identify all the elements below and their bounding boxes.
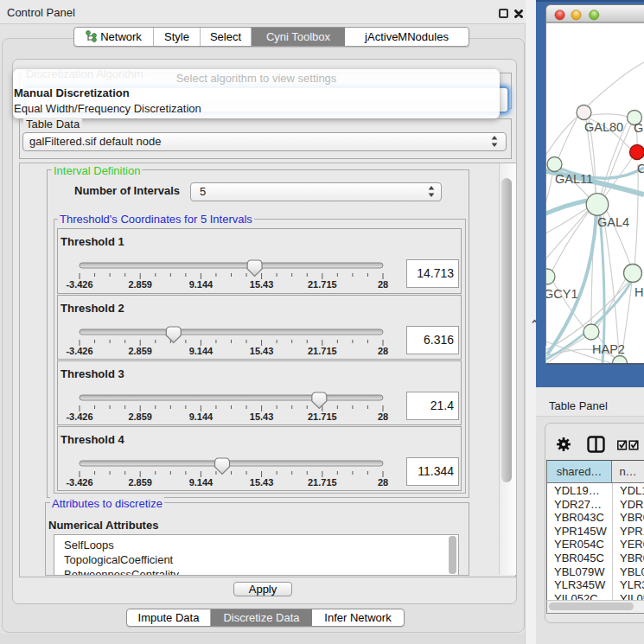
svg-text:28: 28 bbox=[378, 477, 388, 488]
svg-text:28: 28 bbox=[378, 279, 388, 290]
svg-text:21.715: 21.715 bbox=[308, 411, 337, 422]
svg-text:-3.426: -3.426 bbox=[66, 279, 92, 290]
svg-text:21.715: 21.715 bbox=[308, 346, 337, 356]
svg-text:H: H bbox=[634, 285, 643, 299]
svg-text:GCY1: GCY1 bbox=[544, 287, 578, 301]
svg-text:15.43: 15.43 bbox=[250, 279, 274, 290]
svg-text:G.: G. bbox=[634, 121, 644, 135]
svg-text:HAP2: HAP2 bbox=[592, 342, 625, 356]
svg-text:21.715: 21.715 bbox=[308, 279, 337, 290]
svg-text:-3.426: -3.426 bbox=[66, 411, 92, 422]
svg-text:15.43: 15.43 bbox=[250, 346, 274, 356]
svg-text:GAL80: GAL80 bbox=[584, 120, 623, 134]
svg-text:28: 28 bbox=[378, 411, 388, 422]
svg-text:9.144: 9.144 bbox=[189, 346, 214, 356]
svg-text:GAL11: GAL11 bbox=[555, 172, 593, 186]
svg-text:21.715: 21.715 bbox=[308, 477, 337, 488]
svg-text:GAL4: GAL4 bbox=[597, 215, 629, 229]
svg-text:2.859: 2.859 bbox=[128, 477, 152, 488]
svg-text:9.144: 9.144 bbox=[189, 411, 214, 422]
svg-text:15.43: 15.43 bbox=[250, 411, 274, 422]
svg-text:C: C bbox=[637, 162, 644, 175]
svg-text:-3.426: -3.426 bbox=[66, 477, 92, 488]
svg-text:9.144: 9.144 bbox=[189, 477, 214, 488]
svg-text:2.859: 2.859 bbox=[128, 411, 152, 422]
svg-text:2.859: 2.859 bbox=[128, 279, 152, 290]
svg-text:2.859: 2.859 bbox=[128, 346, 152, 356]
svg-text:15.43: 15.43 bbox=[250, 477, 274, 488]
svg-text:28: 28 bbox=[378, 346, 388, 356]
svg-text:-3.426: -3.426 bbox=[66, 346, 92, 356]
svg-text:9.144: 9.144 bbox=[189, 279, 214, 290]
